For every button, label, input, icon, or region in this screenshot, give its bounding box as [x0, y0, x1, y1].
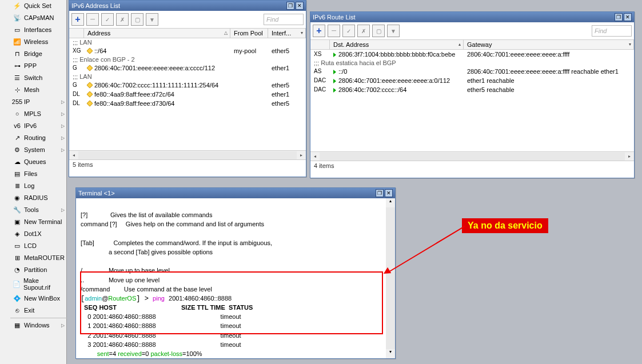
pool-cell: [230, 90, 268, 98]
menu-icon: ⎋: [13, 306, 22, 315]
sidebar-item-partition[interactable]: ◔Partition: [10, 264, 67, 276]
route-row[interactable]: XS2806:3f7:1004:bbbb:bbbb:bbbb:f0ca:bebe…: [310, 50, 634, 59]
tag-icon: [86, 100, 93, 106]
sidebar-item-tools[interactable]: 🔧Tools▷: [10, 204, 67, 216]
terminal-output[interactable]: [?] Gives the list of available commands…: [76, 198, 395, 358]
menu-icon: ▦: [13, 321, 22, 330]
sidebar-item-make-supout.rif[interactable]: 📄Make Supout.rif: [10, 276, 67, 293]
address-cell: ::/64: [84, 47, 230, 55]
col-address[interactable]: Address△: [84, 29, 230, 38]
find-input[interactable]: Find: [264, 14, 304, 25]
menu-icon: ◉: [13, 193, 22, 202]
address-row[interactable]: DLfe80::4aa9:8aff:feee:d72c/64ether1: [69, 90, 306, 99]
intf-cell: ether5: [268, 99, 306, 107]
col-intf[interactable]: Interf...▾: [268, 29, 306, 38]
sidebar-item-queues[interactable]: ☁Queues: [10, 156, 67, 168]
menu-icon: v6: [13, 121, 22, 130]
annotation-arrow: [387, 226, 465, 273]
tag-icon: [86, 47, 93, 54]
route-grid[interactable]: XS2806:3f7:1004:bbbb:bbbb:bbbb:f0ca:bebe…: [310, 50, 634, 151]
add-button[interactable]: +: [71, 13, 84, 26]
close-button[interactable]: ✕: [624, 13, 632, 21]
restore-button[interactable]: ❐: [286, 2, 294, 10]
route-row[interactable]: DAC2806:40c:7002:cccc::/64ether5 reachab…: [310, 85, 634, 94]
menu-icon: ▣: [13, 217, 22, 226]
pool-cell: [230, 99, 268, 107]
route-icon: [333, 70, 336, 74]
sidebar-item-mesh[interactable]: ⊹Mesh: [10, 84, 67, 96]
enable-button[interactable]: ✓: [101, 13, 114, 26]
sidebar-item-system[interactable]: ⚙System▷: [10, 144, 67, 156]
sidebar-label: Exit: [24, 307, 34, 314]
menu-icon: ⊶: [13, 61, 22, 70]
window-title: IPv6 Address List: [71, 2, 286, 9]
address-row[interactable]: XG::/64my-poolether5: [69, 46, 306, 55]
sidebar-item-files[interactable]: ▤Files: [10, 168, 67, 180]
sidebar-item-quick-set[interactable]: ⚡Quick Set: [10, 0, 67, 12]
enable-button[interactable]: ✓: [342, 25, 355, 37]
address-cell: 2806:40c:7002:cccc:1111:1111:1111:254/64: [84, 81, 230, 89]
address-row[interactable]: DLfe80::4aa9:8aff:feee:d730/64ether5: [69, 99, 306, 108]
sidebar-item-log[interactable]: ≣Log: [10, 180, 67, 192]
col-gateway[interactable]: Gateway▾: [464, 40, 634, 49]
filter-button[interactable]: ▼: [387, 25, 400, 37]
sidebar-label: Queues: [24, 158, 46, 165]
filter-button[interactable]: ▼: [146, 13, 158, 26]
sidebar-label: IP: [24, 98, 30, 105]
col-dst[interactable]: Dst. Address▴: [330, 40, 464, 49]
route-row[interactable]: DAC2806:40c:7001:eeee:eeee:eeee:a:0/112e…: [310, 76, 634, 85]
remove-button[interactable]: −: [328, 25, 340, 37]
close-button[interactable]: ✕: [296, 2, 304, 10]
sidebar-item-interfaces[interactable]: ▭Interfaces: [10, 24, 67, 36]
sidebar-item-new-terminal[interactable]: ▣New Terminal: [10, 216, 67, 228]
comment-button[interactable]: ▢: [372, 25, 385, 37]
flags: XG: [69, 47, 84, 55]
dst-cell: 2806:40c:7001:eeee:eeee:eeee:a:0/112: [330, 77, 464, 85]
sidebar-item-metarouter[interactable]: ⊞MetaROUTER: [10, 252, 67, 264]
sidebar-item-wireless[interactable]: 📶Wireless: [10, 36, 67, 48]
menu-icon: ↗: [13, 133, 22, 142]
menu-icon: ⊞: [13, 253, 22, 262]
comment-button[interactable]: ▢: [131, 13, 143, 26]
intf-cell: ether5: [268, 47, 306, 55]
add-button[interactable]: +: [313, 25, 325, 37]
sidebar-item-bridge[interactable]: ⊓Bridge: [10, 48, 67, 60]
close-button[interactable]: ✕: [385, 189, 393, 197]
flags: G: [69, 81, 84, 89]
col-pool[interactable]: From Pool: [230, 29, 268, 38]
sidebar-item-switch[interactable]: ☰Switch: [10, 72, 67, 84]
sidebar-item-ipv6[interactable]: v6IPv6▷: [10, 120, 67, 132]
route-row[interactable]: AS::/02806:40c:7001:eeee:eeee:eeee:a:fff…: [310, 67, 634, 76]
sidebar-item-exit[interactable]: ⎋Exit: [10, 305, 67, 317]
sidebar-item-radius[interactable]: ◉RADIUS: [10, 192, 67, 204]
sidebar-item-new-winbox[interactable]: 💠New WinBox: [10, 293, 67, 305]
sidebar-label: Make Supout.rif: [23, 277, 65, 291]
restore-button[interactable]: ❐: [615, 13, 623, 21]
menu-icon: ◔: [13, 265, 22, 274]
menu-icon: ⚙: [13, 145, 22, 154]
gw-cell: ether1 reachable: [464, 77, 634, 85]
menu-icon: 🔧: [13, 205, 22, 214]
scrollbar[interactable]: ▴▾: [386, 198, 395, 358]
sidebar-item-dot1x[interactable]: ◈Dot1X: [10, 228, 67, 240]
sidebar-item-ppp[interactable]: ⊶PPP: [10, 60, 67, 72]
remove-button[interactable]: −: [86, 13, 99, 26]
address-row[interactable]: G2806:40c:7001:eeee:eeee:eeee:a:cccc/112…: [69, 63, 306, 73]
pool-cell: [230, 64, 268, 72]
restore-button[interactable]: ❐: [376, 189, 384, 197]
disable-button[interactable]: ✗: [357, 25, 370, 37]
address-cell: 2806:40c:7001:eeee:eeee:eeee:a:cccc/112: [84, 64, 230, 72]
sidebar-item-ip[interactable]: 255IP▷: [10, 96, 67, 108]
find-input[interactable]: Find: [592, 25, 632, 37]
toolbar: + − ✓ ✗ ▢ ▼ Find: [69, 11, 306, 29]
address-grid[interactable]: ;;; LANXG::/64my-poolether5;;; Enlace co…: [69, 38, 306, 150]
annotation-label: Ya no da servicio: [462, 218, 548, 233]
sidebar-item-windows[interactable]: ▦Windows▷: [10, 319, 67, 331]
address-row[interactable]: G2806:40c:7002:cccc:1111:1111:1111:254/6…: [69, 81, 306, 90]
sidebar-item-capsman[interactable]: 📡CAPsMAN: [10, 12, 67, 24]
sidebar-item-routing[interactable]: ↗Routing▷: [10, 132, 67, 144]
sidebar-item-mpls[interactable]: ○MPLS▷: [10, 108, 67, 120]
sidebar-item-lcd[interactable]: ▭LCD: [10, 240, 67, 252]
disable-button[interactable]: ✗: [116, 13, 129, 26]
sidebar-label: Dot1X: [24, 230, 42, 237]
